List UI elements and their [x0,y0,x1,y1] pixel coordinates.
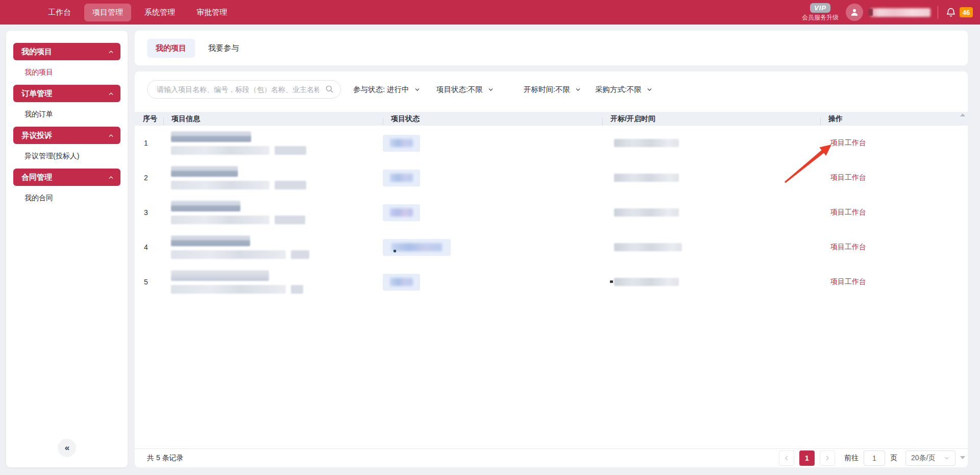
nav-item-workbench[interactable]: 工作台 [40,4,79,21]
sidebar-collapse-button[interactable]: « [58,439,76,457]
chevron-down-icon [944,455,950,461]
tab-my-projects[interactable]: 我的项目 [147,39,195,58]
project-workbench-link[interactable]: 项目工作台 [830,173,866,181]
project-info-redacted [163,201,383,224]
project-info-redacted [163,270,383,294]
status-cell [383,170,602,186]
sidebar-group-my-projects[interactable]: 我的项目 [13,43,120,60]
action-cell: 项目工作台 [820,243,968,252]
project-info-redacted [163,131,383,155]
sidebar: 我的项目 我的项目 订单管理 我的订单 异议投诉 异议管理(投标人) 合同管理 … [6,31,128,467]
time-cell [602,278,820,286]
username-first-char [868,9,873,16]
sidebar-group-order-mgmt[interactable]: 订单管理 [13,85,120,102]
redacted-tag-bar [275,146,306,155]
chevron-up-icon [108,132,114,139]
redacted-title-bar [171,235,250,246]
goto-page-input[interactable] [864,450,885,466]
notification-count-badge: 46 [960,7,973,17]
username-redacted[interactable] [870,8,930,17]
project-workbench-link[interactable]: 项目工作台 [830,243,866,251]
next-page-button[interactable] [820,450,835,466]
col-header-project-status: 项目状态 [383,114,602,124]
search-input[interactable] [147,80,341,99]
total-records: 共 5 条记录 [147,454,184,463]
status-badge-redacted [383,135,420,152]
redacted-tag-bar [291,285,303,294]
page-number-current[interactable]: 1 [799,450,815,466]
filter-bid-open-time[interactable]: 开标时间:不限 [524,85,581,94]
page-size-value: 20条/页 [911,454,935,463]
page-unit-label: 页 [890,454,897,463]
filter-project-status[interactable]: 项目状态:不限 [436,85,494,94]
time-cell [602,243,820,251]
sidebar-group-objection[interactable]: 异议投诉 [13,127,120,144]
sidebar-item-my-projects[interactable]: 我的项目 [24,66,120,79]
tab-want-to-join[interactable]: 我要参与 [206,39,241,58]
prev-page-button[interactable] [779,450,794,466]
bell-icon [945,7,957,18]
redacted-sub-bar [171,216,270,224]
redacted-tag-bar [275,216,305,224]
notifications[interactable]: 46 [945,7,973,18]
user-icon [849,7,860,17]
redacted-date-bar [614,174,679,182]
status-badge-redacted [383,170,420,186]
redacted-title-bar [171,131,251,142]
action-cell: 项目工作台 [820,138,968,148]
navbar-right: VIP 会员服务升级 46 [802,3,973,22]
redacted-tag-bar [275,181,306,189]
sidebar-item-objection-mgmt[interactable]: 异议管理(投标人) [24,150,120,162]
status-blur [390,139,413,147]
pagination: 1 前往 页 20条/页 [779,450,955,466]
filter-label: 采购方式:不限 [595,85,642,94]
redacted-date-bar [614,243,682,251]
status-badge-redacted [383,204,420,221]
action-cell: 项目工作台 [820,173,968,182]
redacted-date-bar [614,139,679,147]
filter-label: 项目状态:不限 [436,85,483,94]
filter-procurement-method[interactable]: 采购方式:不限 [595,85,653,94]
chevron-left-icon [783,455,790,462]
sidebar-group-contract-mgmt[interactable]: 合同管理 [13,169,120,186]
project-workbench-link[interactable]: 项目工作台 [830,277,866,286]
sidebar-group-title: 我的项目 [21,47,52,57]
vip-caption: 会员服务升级 [802,13,839,22]
table-row: 3 项目工作台 [135,195,968,230]
redacted-sub-bar [171,146,270,155]
col-header-actions: 操作 [820,114,968,124]
nav-item-approval-mgmt[interactable]: 审批管理 [188,4,235,21]
search-box [147,80,341,99]
table-row: 5 项目工作台 [135,265,968,299]
page-size-select[interactable]: 20条/页 [905,450,955,466]
vip-upgrade[interactable]: VIP 会员服务升级 [802,3,839,22]
filter-label: 开标时间:不限 [524,85,570,94]
sidebar-item-my-orders[interactable]: 我的订单 [24,108,120,121]
redacted-title-bar [171,166,238,177]
redacted-sub-bar [171,285,286,294]
chevron-down-icon [414,86,421,93]
project-workbench-link[interactable]: 项目工作台 [830,138,866,147]
vip-badge: VIP [810,3,830,13]
sidebar-item-my-contracts[interactable]: 我的合同 [24,192,120,204]
nav-item-system-mgmt[interactable]: 系统管理 [136,4,183,21]
redaction-artifact [394,250,396,252]
nav-item-project-mgmt[interactable]: 项目管理 [84,4,131,21]
row-index: 3 [135,208,163,217]
time-cell [602,174,820,182]
chevron-down-icon [487,86,494,93]
tabs-card: 我的项目 我要参与 [135,31,968,65]
search-icon[interactable] [325,84,334,94]
chevron-up-icon [108,174,114,181]
avatar[interactable] [846,4,863,21]
table-body: 1 项目工作台 2 项目工作台 3 [135,126,968,299]
chevron-down-icon [575,86,581,93]
redaction-artifact [610,280,613,283]
filter-participation-status[interactable]: 参与状态: 进行中 [353,85,421,94]
chevron-up-icon [108,90,114,97]
project-list-card: 参与状态: 进行中 项目状态:不限 开标时间:不限 采购方式:不限 序号 项目信… [135,72,968,467]
project-workbench-link[interactable]: 项目工作台 [830,208,866,216]
redacted-sub-bar [171,250,286,259]
scrollbar-up-arrow[interactable] [960,113,965,116]
row-index: 5 [135,278,163,286]
